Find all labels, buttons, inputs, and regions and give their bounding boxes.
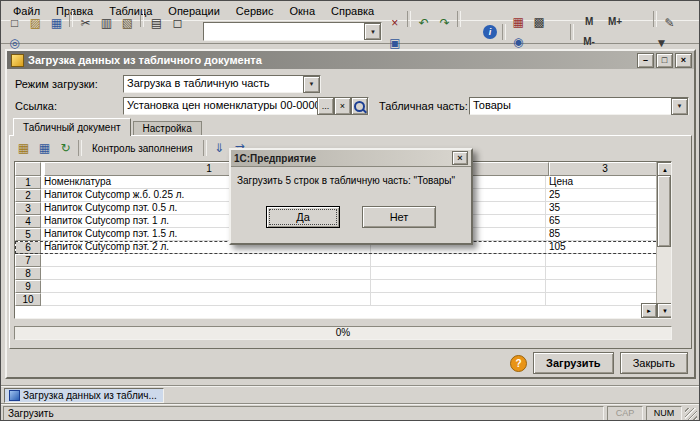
row-number[interactable]: 9 <box>15 280 41 293</box>
toolbar-separator <box>203 140 207 156</box>
cell[interactable] <box>371 280 546 293</box>
load-button[interactable]: Загрузить <box>533 352 614 374</box>
table-row[interactable]: 7 <box>15 254 671 267</box>
menu-item-5[interactable]: Сервис <box>228 3 282 19</box>
row-number[interactable]: 7 <box>15 254 41 267</box>
row-number[interactable]: 4 <box>15 215 41 228</box>
tab-tabular-document[interactable]: Табличный документ <box>13 118 131 136</box>
save-icon[interactable]: ▦ <box>34 138 55 158</box>
cell[interactable]: 25 <box>546 189 658 202</box>
document-icon <box>9 390 20 401</box>
close-button[interactable]: × <box>675 53 692 68</box>
combo-arrow-icon[interactable]: ▼ <box>364 23 381 40</box>
link-clear-button[interactable]: × <box>334 97 351 115</box>
refresh-icon[interactable]: ↻ <box>55 138 76 158</box>
row-number[interactable]: 10 <box>15 293 41 306</box>
taskbar-item[interactable]: Загрузка данных из таблич... <box>4 388 164 403</box>
menu-item-7[interactable]: Справка <box>323 3 382 19</box>
link-open-button[interactable] <box>351 97 368 115</box>
link-field[interactable]: Установка цен номенклатуры 00-00000 ... … <box>123 97 369 115</box>
dialog-close-icon[interactable]: × <box>452 151 468 165</box>
scrollbar-thumb[interactable] <box>657 175 671 247</box>
table-row[interactable]: 10 <box>15 293 671 306</box>
mode-select[interactable]: Загрузка в табличную часть ▼ <box>123 75 321 93</box>
dialog-title: 1С:Предприятие <box>234 153 316 164</box>
link-label: Ссылка: <box>15 97 57 115</box>
close-window-button[interactable]: Закрыть <box>620 352 688 374</box>
open-icon[interactable]: ▨ <box>25 13 46 33</box>
help-icon[interactable]: ? <box>510 355 527 372</box>
window-titlebar[interactable]: Загрузка данных из табличного документа … <box>7 51 694 69</box>
cut-icon[interactable]: ✂ <box>75 13 96 33</box>
mode-value: Загрузка в табличную часть <box>124 75 303 93</box>
row-number[interactable]: 5 <box>15 228 41 241</box>
cell[interactable]: 65 <box>546 215 658 228</box>
tabular-part-select[interactable]: Товары ▼ <box>469 97 689 115</box>
no-button[interactable]: Нет <box>362 206 436 228</box>
cell[interactable] <box>546 254 658 267</box>
yes-button[interactable]: Да <box>266 206 340 228</box>
dialog-titlebar[interactable]: 1С:Предприятие × <box>231 150 471 167</box>
cell[interactable]: 85 <box>546 228 658 241</box>
vertical-scrollbar[interactable]: ▲ ▼ <box>656 162 671 318</box>
row-number[interactable]: 8 <box>15 267 41 280</box>
cell[interactable]: Цена <box>546 176 658 189</box>
cell[interactable] <box>41 293 371 306</box>
row-number[interactable]: 2 <box>15 189 41 202</box>
column-header-3[interactable]: 3 <box>549 162 661 176</box>
cell[interactable] <box>41 254 371 267</box>
row-number[interactable]: 3 <box>15 202 41 215</box>
cell[interactable]: 35 <box>546 202 658 215</box>
tabular-part-label: Табличная часть: <box>379 97 468 115</box>
m-plus-button[interactable]: M+ <box>602 12 628 32</box>
minimize-button[interactable]: – <box>637 53 654 68</box>
print-icon[interactable]: ▤ <box>146 13 167 33</box>
services-icon[interactable]: ✎ <box>659 13 680 33</box>
calendar-icon[interactable]: ▦ <box>508 12 529 32</box>
link-choose-button[interactable]: ... <box>317 97 334 115</box>
redo-icon[interactable]: ↷ <box>434 13 455 33</box>
grid-corner-cell[interactable] <box>15 162 41 176</box>
preview-icon[interactable]: ◻ <box>167 13 188 33</box>
calculator-icon[interactable]: ▩ <box>529 12 550 32</box>
new-icon[interactable]: □ <box>4 13 25 33</box>
cell[interactable]: 105 <box>546 241 658 254</box>
window-footer: ? Загрузить Закрыть <box>510 353 688 373</box>
paste-icon[interactable]: ▧ <box>117 13 138 33</box>
fill-control-button[interactable]: Контроль заполнения <box>84 138 201 158</box>
scroll-right-icon[interactable]: ► <box>641 303 657 318</box>
cell[interactable] <box>546 280 658 293</box>
load-rows-icon[interactable]: ⇓ <box>209 138 230 158</box>
resize-grip-icon[interactable] <box>685 408 697 420</box>
tab-settings[interactable]: Настройка <box>133 121 202 136</box>
scroll-down-icon[interactable]: ▼ <box>657 303 672 318</box>
cell[interactable] <box>371 267 546 280</box>
cell[interactable] <box>41 267 371 280</box>
toolbar-combo[interactable]: ▼ <box>203 22 383 41</box>
cell[interactable] <box>371 254 546 267</box>
toolbar-mid: ▦▩◉ <box>508 12 568 52</box>
undo-icon[interactable]: ↶ <box>413 13 434 33</box>
table-row[interactable]: 8 <box>15 267 671 280</box>
confirm-dialog: 1С:Предприятие × Загрузить 5 строк в таб… <box>229 148 473 245</box>
toolbar-separator <box>69 11 73 27</box>
m-button[interactable]: M <box>576 12 602 32</box>
toolbar-tail: ✎▼ <box>651 11 699 53</box>
mode-dropdown-icon[interactable]: ▼ <box>303 76 320 93</box>
add-sheet-icon[interactable]: ▦ <box>13 138 34 158</box>
cell[interactable] <box>41 280 371 293</box>
cell[interactable] <box>546 267 658 280</box>
row-number[interactable]: 6 <box>15 241 41 254</box>
info-icon[interactable]: i <box>483 25 496 39</box>
menu-item-6[interactable]: Окна <box>282 3 324 19</box>
toolbar-left: □▨▦✂▥▧▤◻◎ <box>4 11 201 53</box>
clear-search-icon[interactable]: × <box>384 13 405 33</box>
save-icon[interactable]: ▦ <box>46 13 67 33</box>
row-number[interactable]: 1 <box>15 176 41 189</box>
tabular-part-dropdown-icon[interactable]: ▼ <box>671 98 688 115</box>
maximize-button[interactable]: □ <box>656 53 673 68</box>
table-row[interactable]: 9 <box>15 280 671 293</box>
toolbar-separator <box>140 11 144 27</box>
cell[interactable] <box>371 293 546 306</box>
copy-icon[interactable]: ▥ <box>96 13 117 33</box>
